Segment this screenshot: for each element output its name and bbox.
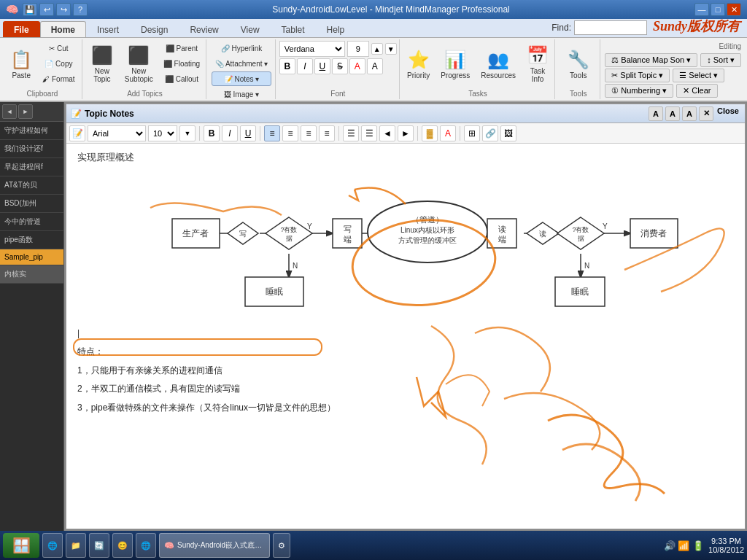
taskbar-app-chrome[interactable]: 🌐 [42,533,63,558]
resources-button[interactable]: 👥 Resources [476,41,520,88]
sidebar-item-7[interactable]: pipe函数 [0,231,63,249]
notes-highlight[interactable]: ▓ [422,125,438,141]
sort-button[interactable]: ↕ Sort ▾ [700,53,741,67]
start-button[interactable]: 🪟 [3,533,39,558]
font-color-button[interactable]: A [349,58,365,74]
notes-image[interactable]: 🖼 [500,125,516,141]
help-btn[interactable]: ? [73,3,88,16]
tn-btn-1[interactable]: A [649,106,663,121]
taskinfo-button[interactable]: 📅 TaskInfo [522,41,553,88]
notes-align-right[interactable]: ≡ [301,125,317,141]
svg-rect-22 [333,219,362,248]
cut-button[interactable]: ✂ Cut [39,41,78,55]
taskbar-app-browser[interactable]: 🌐 [136,533,156,558]
notes-font-color[interactable]: A [440,125,456,141]
notes-indent-decrease[interactable]: ◄ [379,125,395,141]
topics-small-buttons: ⬛ Parent ⬛ Floating ⬛ Callout [160,41,204,86]
tools-button[interactable]: 🔧 Tools [563,41,594,88]
image-button[interactable]: 🖼 Image ▾ [212,87,272,101]
tab-file[interactable]: File [3,21,40,37]
tn-btn-2[interactable]: A [665,106,680,121]
paste-button[interactable]: 📋 Paste [6,41,36,88]
sidebar-item-5[interactable]: BSD(加州 [0,195,63,213]
tab-view[interactable]: View [230,21,271,37]
sidebar-item-3[interactable]: 早起进程间f [0,158,63,176]
numbering-button[interactable]: ① Numbering ▾ [605,84,673,98]
callout-button[interactable]: ⬛ Callout [160,71,204,86]
notes-list-unordered[interactable]: ☰ [343,125,359,141]
notes-align-left[interactable]: ≡ [264,125,280,141]
notes-align-center[interactable]: ≡ [282,125,298,141]
font-increase-btn[interactable]: ▲ [371,43,383,55]
tn-close-btn[interactable]: ✕ [699,106,713,121]
sidebar-item-2[interactable]: 我们设计还f [0,140,63,158]
find-input[interactable] [574,20,647,35]
close-btn[interactable]: ✕ [727,3,741,16]
tab-help[interactable]: Help [316,21,356,37]
floating-button[interactable]: ⬛ Floating [160,56,204,71]
font-family-select[interactable]: Verdana [279,41,345,57]
hyperlink-button[interactable]: 🔗 Hyperlink [212,41,272,55]
notes-button[interactable]: 📝 Notes ▾ [212,71,272,86]
tab-review[interactable]: Review [179,21,229,37]
notes-list-ordered[interactable]: ☰ [361,125,377,141]
split-topic-button[interactable]: ✂ Split Topic ▾ [605,69,670,82]
new-subtopic-button[interactable]: ⬛ NewSubtopic [120,41,158,88]
minimize-btn[interactable]: — [694,3,709,16]
tab-tablet[interactable]: Tablet [271,21,316,37]
sidebar-item-4[interactable]: AT&T的贝 [0,176,63,195]
maximize-btn[interactable]: □ [711,3,725,16]
notes-size-down[interactable]: ▼ [179,125,196,141]
clear-button[interactable]: ✕ Clear [676,84,717,98]
notes-content[interactable]: 实现原理概述 Y N [66,144,745,529]
notes-bold[interactable]: B [204,125,220,141]
topic-notes-header-left: 📝 Topic Notes [71,109,134,119]
underline-button[interactable]: U [314,58,330,74]
notes-italic[interactable]: I [222,125,238,141]
tab-insert[interactable]: Insert [86,21,130,37]
progress-button[interactable]: 📊 Progress [436,41,474,88]
notes-icon-btn[interactable]: 📝 [69,125,85,141]
notes-table[interactable]: ⊞ [464,125,480,141]
sidebar-item-8[interactable]: Sample_pip [0,249,63,265]
balance-map-button[interactable]: ⚖ Balance Map Son ▾ [605,53,697,67]
undo-btn[interactable]: ↩ [39,3,54,16]
sidebar-item-9[interactable]: 内核实 [0,265,63,284]
italic-button[interactable]: I [297,58,313,74]
new-topic-button[interactable]: ⬛ NewTopic [86,41,118,88]
notes-underline[interactable]: U [240,125,256,141]
taskbar-app-explorer[interactable]: 📁 [66,533,86,558]
redo-btn[interactable]: ↪ [56,3,71,16]
font-size-input[interactable] [347,41,369,57]
parent-button[interactable]: ⬛ Parent [160,41,204,55]
notes-align-justify[interactable]: ≡ [319,125,335,141]
taskbar-app-settings[interactable]: ⚙ [273,533,290,558]
save-btn[interactable]: 💾 [23,3,37,16]
notes-font-select[interactable]: Arial [88,125,146,141]
bold-button[interactable]: B [279,58,295,74]
tab-home[interactable]: Home [40,21,86,37]
chrome-icon: 🌐 [47,541,58,551]
sidebar-back-btn[interactable]: ◄ [2,104,17,119]
notes-indent-increase[interactable]: ► [398,125,414,141]
tab-design[interactable]: Design [130,21,179,37]
sidebar-item-1[interactable]: 守护进程如何 [0,122,63,140]
strikethrough-button[interactable]: S̶ [332,58,348,74]
notes-size-select[interactable]: 10 [148,125,177,141]
attachment-button[interactable]: 📎 Attachment ▾ [212,56,272,71]
sidebar-forward-btn[interactable]: ► [18,104,33,119]
priority-button[interactable]: ⭐ Priority [403,41,434,88]
format-button[interactable]: 🖌 Format [39,71,78,86]
taskbar-app-mindmanager[interactable]: 🧠 Sundy-Android嵌入式底层课程 [159,533,270,558]
priority-icon: ⭐ [408,50,430,70]
select-button[interactable]: ☰ Select ▾ [673,69,724,82]
tn-btn-3[interactable]: A [682,106,697,121]
text-highlight-button[interactable]: A [367,58,383,74]
taskbar-app-emoji[interactable]: 😊 [112,533,133,558]
copy-button[interactable]: 📄 Copy [39,56,78,71]
font-decrease-btn[interactable]: ▼ [385,43,397,55]
notes-link[interactable]: 🔗 [482,125,498,141]
ribbon-toolbar: 📋 Paste ✂ Cut 📄 Copy 🖌 Format Clipboard … [0,38,747,102]
sidebar-item-6[interactable]: 今中的管道 [0,213,63,231]
taskbar-app-refresh[interactable]: 🔄 [89,533,109,558]
